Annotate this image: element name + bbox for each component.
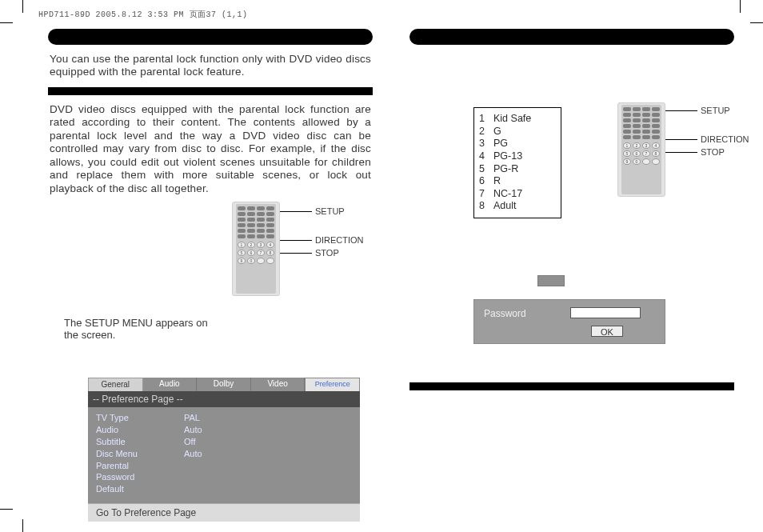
rating-paragraph: DVD video discs equipped with the parent… — [50, 103, 371, 195]
heading-pill — [48, 29, 373, 45]
right-column: 1Kid Safe 2G 3PG 4PG-13 5PG-R 6R 7NC-17 … — [409, 29, 734, 522]
menu-row: Default — [96, 483, 352, 495]
label-stop: STOP — [701, 147, 725, 157]
menu-row: AudioAuto — [96, 424, 352, 436]
left-column: You can use the parental lock function o… — [48, 29, 373, 522]
menu-row: Password — [96, 471, 352, 483]
section-bar — [409, 382, 734, 390]
heading-pill — [409, 29, 734, 45]
label-stop: STOP — [315, 248, 339, 258]
tab-audio[interactable]: Audio — [143, 378, 198, 391]
label-setup: SETUP — [701, 106, 730, 115]
menu-row: Disc MenuAuto — [96, 448, 352, 460]
remote-cluster: 1234 5678 90 SETUP DIRECTION STOP — [232, 202, 373, 322]
remote-illustration: 1234 5678 90 — [232, 202, 280, 296]
menu-row: TV TypePAL — [96, 412, 352, 424]
tab-general[interactable]: General — [88, 378, 143, 391]
ratings-box: 1Kid Safe 2G 3PG 4PG-13 5PG-R 6R 7NC-17 … — [473, 107, 561, 218]
ok-button[interactable]: OK — [591, 326, 623, 337]
menu-footer: Go To Preference Page — [88, 503, 360, 522]
menu-row: Parental — [96, 460, 352, 472]
preference-menu: General Audio Dolby Video Preference -- … — [88, 378, 360, 522]
menu-title: -- Preference Page -- — [88, 391, 360, 407]
section-bar — [48, 87, 373, 95]
print-slug: HPD711-89D 2005.8.12 3:53 PM 页面37 (1,1) — [38, 9, 248, 20]
label-direction: DIRECTION — [315, 235, 364, 245]
label-setup: SETUP — [315, 206, 345, 216]
password-marker — [537, 275, 565, 286]
remote-illustration: 1234 5678 90 — [617, 102, 665, 197]
password-label: Password — [484, 308, 526, 319]
setup-caption: The SETUP MENU appears on the screen. — [64, 317, 216, 341]
label-direction: DIRECTION — [701, 134, 749, 144]
menu-row: SubtitleOff — [96, 436, 352, 448]
password-field[interactable] — [570, 307, 641, 318]
tab-dolby[interactable]: Dolby — [197, 378, 251, 391]
tab-video[interactable]: Video — [251, 378, 306, 391]
intro-paragraph: You can use the parental lock function o… — [50, 53, 371, 79]
tab-preference[interactable]: Preference — [305, 378, 360, 391]
password-dialog: Password OK — [473, 299, 665, 344]
